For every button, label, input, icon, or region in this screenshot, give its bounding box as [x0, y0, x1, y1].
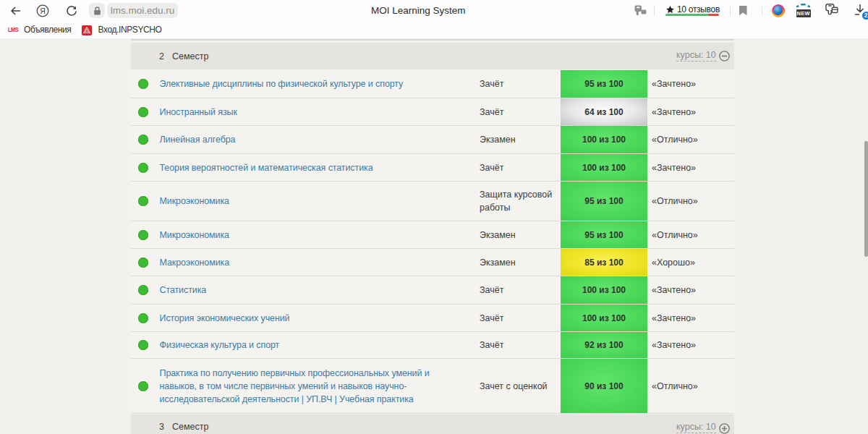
svg-text:Я: Я: [40, 7, 46, 15]
